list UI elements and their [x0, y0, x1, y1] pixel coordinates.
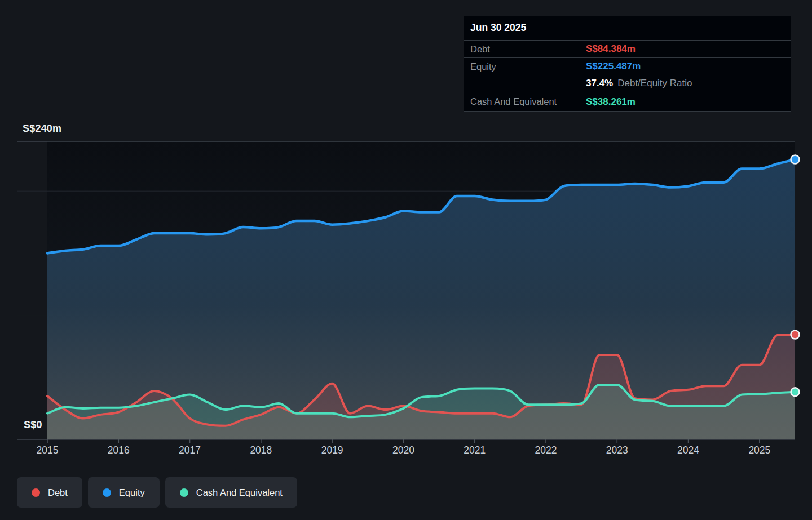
- tooltip-cash-value: S$38.261m: [586, 96, 636, 108]
- tooltip-debt-label: Debt: [470, 44, 586, 55]
- balance-sheet-history-chart: S$240m S$0 20152016201720182019202020212…: [0, 0, 812, 520]
- tooltip-debt-row: Debt S$84.384m: [464, 41, 791, 58]
- debt-end-marker: [791, 331, 800, 339]
- tooltip-ratio-value: 37.4%: [586, 78, 613, 89]
- x-axis-label-2019: 2019: [321, 445, 343, 456]
- legend-dot-cash: [180, 488, 188, 497]
- tooltip-equity-row: Equity S$225.487m: [464, 58, 791, 75]
- legend-label-debt: Debt: [48, 487, 68, 498]
- x-axis-label-2016: 2016: [108, 445, 130, 456]
- tooltip-ratio-label: Debt/Equity Ratio: [617, 78, 692, 89]
- tooltip-ratio-row: 37.4% Debt/Equity Ratio: [464, 75, 791, 92]
- tooltip-cash-row: Cash And Equivalent S$38.261m: [464, 92, 791, 112]
- x-axis-label-2018: 2018: [250, 445, 272, 456]
- legend-item-equity[interactable]: Equity: [88, 477, 160, 508]
- x-axis-label-2022: 2022: [535, 445, 557, 456]
- legend-label-cash: Cash And Equivalent: [196, 487, 283, 498]
- x-axis-label-2020: 2020: [392, 445, 414, 456]
- y-axis-label-max: S$240m: [23, 123, 61, 135]
- x-axis-label-2023: 2023: [606, 445, 628, 456]
- chart-tooltip: Jun 30 2025 Debt S$84.384m Equity S$225.…: [464, 16, 791, 112]
- legend-label-equity: Equity: [119, 487, 145, 498]
- x-axis-label-2017: 2017: [179, 445, 201, 456]
- tooltip-cash-label: Cash And Equivalent: [470, 96, 586, 107]
- tooltip-equity-label: Equity: [470, 61, 586, 72]
- x-axis-label-2025: 2025: [748, 445, 770, 456]
- legend-dot-debt: [32, 488, 40, 497]
- legend-item-debt[interactable]: Debt: [17, 477, 82, 508]
- x-axis-label-2024: 2024: [677, 445, 699, 456]
- cash-end-marker: [791, 388, 800, 396]
- x-axis-label-2021: 2021: [464, 445, 486, 456]
- chart-legend: Debt Equity Cash And Equivalent: [17, 477, 297, 508]
- tooltip-date: Jun 30 2025: [464, 21, 791, 41]
- legend-item-cash[interactable]: Cash And Equivalent: [165, 477, 297, 508]
- y-axis-label-zero: S$0: [24, 419, 42, 431]
- tooltip-equity-value: S$225.487m: [586, 61, 641, 72]
- tooltip-debt-value: S$84.384m: [586, 43, 636, 55]
- equity-end-marker: [791, 155, 800, 163]
- x-axis-label-2015: 2015: [37, 445, 59, 456]
- legend-dot-equity: [103, 488, 111, 497]
